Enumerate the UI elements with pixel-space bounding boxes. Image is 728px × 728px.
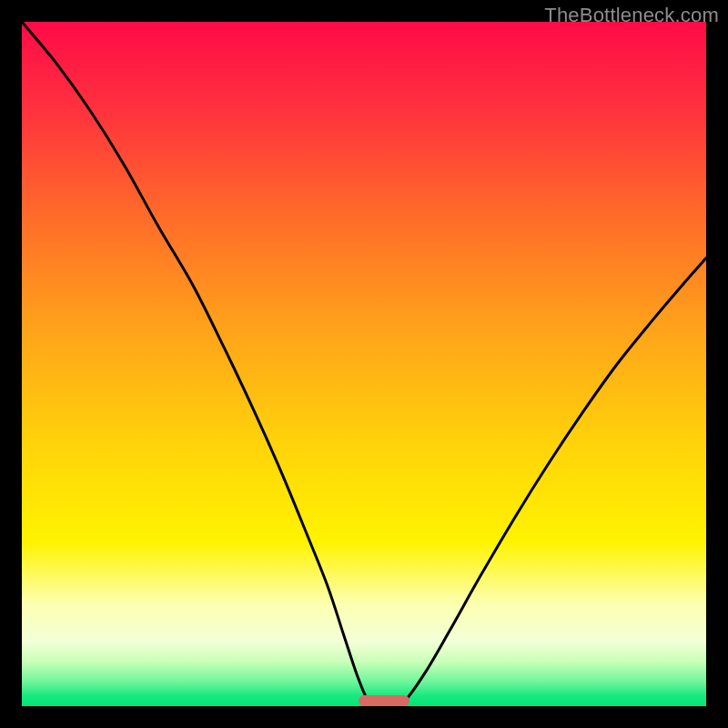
watermark-text: TheBottleneck.com (544, 4, 719, 27)
bottleneck-curve (22, 22, 706, 706)
plot-area (22, 22, 706, 706)
chart-frame: TheBottleneck.com (0, 0, 728, 728)
optimal-range-marker (359, 695, 410, 706)
